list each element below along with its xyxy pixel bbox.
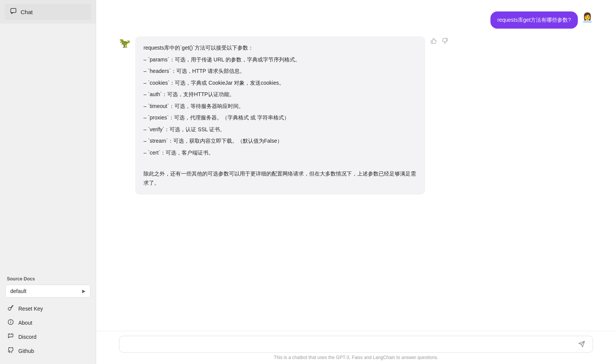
main-chat: requests库get方法有哪些参数? 👩‍💼 🦖 requests库中的`g… <box>96 0 616 364</box>
sidebar-item-discord[interactable]: Discord <box>0 330 96 344</box>
sidebar-item-about[interactable]: About <box>0 316 96 330</box>
thumbs-up-button[interactable] <box>429 36 438 47</box>
bot-message-line: 除此之外，还有一些其他的可选参数可以用于更详细的配置网络请求，但在大多数情况下，… <box>144 169 417 188</box>
sidebar-item-reset-key[interactable]: Reset Key <box>0 301 96 316</box>
bot-message-line: – `timeout`：可选，等待服务器响应时间。 <box>144 101 417 111</box>
chat-input[interactable] <box>124 341 572 347</box>
bot-bubble: requests库中的`get()`方法可以接受以下参数：– `params`：… <box>135 36 425 195</box>
discord-label: Discord <box>18 334 36 340</box>
reset-key-label: Reset Key <box>18 306 43 312</box>
chat-input-area: This is a chatbot that uses the GPT-3, F… <box>96 331 616 364</box>
sidebar-bottom: Source Docs default ▶ Reset Key <box>0 269 96 364</box>
feedback-row <box>429 36 450 47</box>
chat-label: Chat <box>21 9 33 15</box>
about-label: About <box>18 320 32 326</box>
bot-message-line: – `cert`：可选，客户端证书。 <box>144 148 417 158</box>
source-docs-label: Source Docs <box>0 273 96 283</box>
bot-message-line: – `stream`：可选，获取内容立即下载。（默认值为False） <box>144 136 417 146</box>
about-icon <box>7 319 15 326</box>
svg-rect-0 <box>11 8 16 13</box>
source-docs-arrow: ▶ <box>82 288 85 294</box>
sidebar-item-chat[interactable]: Chat <box>5 4 91 20</box>
svg-point-1 <box>8 308 11 310</box>
bot-message-line: – `params`：可选，用于传递 URL 的参数，字典或字节序列格式。 <box>144 55 417 64</box>
chat-messages: requests库get方法有哪些参数? 👩‍💼 🦖 requests库中的`g… <box>96 0 616 331</box>
reset-key-icon <box>7 305 15 312</box>
source-docs-button[interactable]: default ▶ <box>5 285 90 298</box>
bot-message-line: – `proxies`：可选，代理服务器。（字典格式 或 字符串格式） <box>144 113 417 122</box>
send-button[interactable] <box>575 339 588 349</box>
github-label: Github <box>18 348 34 354</box>
thumbs-down-button[interactable] <box>440 36 450 47</box>
bot-message-line: – `auth`：可选，支持HTTP认证功能。 <box>144 90 417 99</box>
chat-input-row <box>119 336 593 353</box>
bot-message-line: – `cookies`：可选，字典或 CookieJar 对象，发送cookie… <box>144 78 417 88</box>
discord-icon <box>7 333 15 340</box>
bot-message-content: requests库中的`get()`方法可以接受以下参数：– `params`：… <box>144 43 417 188</box>
user-avatar: 👩‍💼 <box>582 12 593 23</box>
user-message-row: requests库get方法有哪些参数? 👩‍💼 <box>119 11 593 29</box>
github-icon <box>7 347 15 354</box>
bot-message-line: – `verify`：可选，认证 SSL 证书。 <box>144 125 417 134</box>
sidebar-item-github[interactable]: Github <box>0 344 96 358</box>
chat-icon <box>10 8 17 16</box>
bot-avatar: 🦖 <box>119 38 131 48</box>
sidebar: Chat Source Docs default ▶ Reset Key <box>0 0 96 364</box>
bot-content-with-feedback: requests库中的`get()`方法可以接受以下参数：– `params`：… <box>135 36 593 195</box>
footer-note: This is a chatbot that uses the GPT-3, F… <box>274 355 439 360</box>
user-bubble: requests库get方法有哪些参数? <box>490 11 578 29</box>
bot-message-line: – `headers`：可选，HTTP 请求头部信息。 <box>144 66 417 76</box>
source-docs-default: default <box>10 288 26 294</box>
sidebar-top: Chat <box>0 0 96 24</box>
bot-message-line: requests库中的`get()`方法可以接受以下参数： <box>144 43 417 53</box>
bot-message-row: 🦖 requests库中的`get()`方法可以接受以下参数：– `params… <box>119 36 593 195</box>
